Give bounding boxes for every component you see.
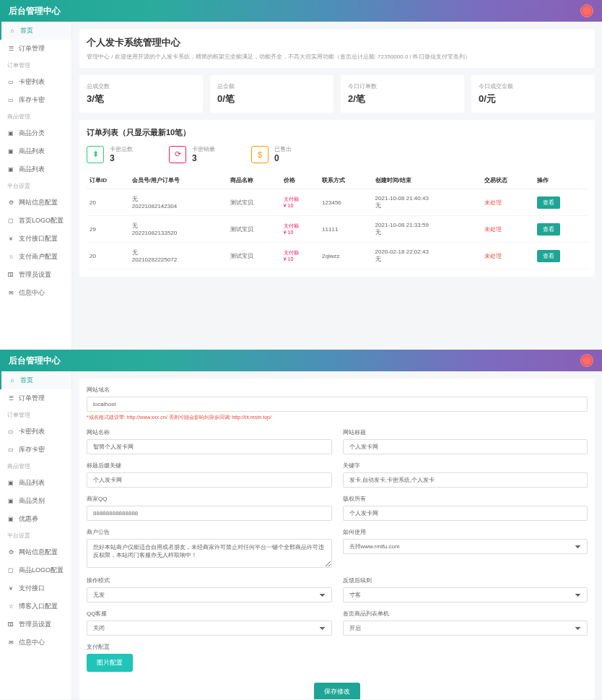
nav-site-config[interactable]: ⚙网站信息配置 <box>0 543 71 561</box>
site-url-label: 网站域名 <box>87 386 588 394</box>
tag-icon: ⟳ <box>169 146 186 163</box>
sidebar: ⌂首页 ☰订单管理 订单管理 ▭卡密列表 ▭库存卡密 商品管理 ▣商品分类 ▣商… <box>0 22 72 350</box>
stat-total-amount: 总金额0/笔 <box>210 75 333 113</box>
keywords-label: 关键字 <box>343 462 588 470</box>
globe-icon: ⚙ <box>7 549 14 556</box>
card-icon: ▭ <box>7 79 14 86</box>
nav-site-config[interactable]: ⚙网站信息配置 <box>0 194 71 212</box>
money-icon: $ <box>251 146 269 163</box>
site-url-note: *域名格式建议带: http://www.xxx.cn/ 否则可能会影响到异步回… <box>87 414 588 421</box>
view-button[interactable]: 查看 <box>537 196 560 209</box>
stock-icon: ▭ <box>7 97 14 104</box>
nav-cat: 商品管理 <box>0 109 71 124</box>
query-tpl-select[interactable]: 寸客 <box>343 587 588 602</box>
nav-cat: 平台设置 <box>0 528 71 543</box>
avatar[interactable] <box>580 354 593 367</box>
nav-admin-pwd[interactable]: ⚿管理员设置 <box>0 266 71 284</box>
nav-home[interactable]: ⌂首页 <box>0 22 71 40</box>
nav-msg-center[interactable]: ✉信息中心 <box>0 634 71 652</box>
card-icon: ▭ <box>7 428 14 436</box>
nav-merchant-config[interactable]: ☆支付商户配置 <box>0 248 71 266</box>
stat-today-count: 今日订单数2/笔 <box>341 75 464 113</box>
view-button[interactable]: 查看 <box>537 223 560 236</box>
header-title: 后台管理中心 <box>9 355 61 367</box>
copyright-input[interactable] <box>343 506 588 521</box>
user-icon: ☆ <box>7 603 14 610</box>
stat-total-count: 总成交数3/笔 <box>79 75 203 113</box>
qq-label: 商家QQ <box>87 495 332 503</box>
query-tpl-label: 反馈后续则 <box>343 576 588 584</box>
kefu-pos-label: 首页商品列表单机 <box>343 610 588 618</box>
header-title: 后台管理中心 <box>9 5 61 17</box>
chart-icon: ⬍ <box>87 146 104 163</box>
nav-cat: 订单管理 <box>0 407 71 423</box>
nav-plugin-list[interactable]: ▣优惠券 <box>0 510 71 528</box>
qq-input[interactable] <box>87 506 332 521</box>
kefu-select[interactable]: 关闭 <box>87 621 332 636</box>
nav-msg-center[interactable]: ✉信息中心 <box>0 284 71 302</box>
nav-goods-cat[interactable]: ▣商品分类 <box>0 124 71 142</box>
list-icon: ☰ <box>7 395 14 402</box>
pay-icon: ¥ <box>7 236 14 243</box>
pay-icon: ¥ <box>7 585 14 592</box>
nav-goods-cat[interactable]: ▣商品类别 <box>0 492 71 510</box>
batch-icon: ▣ <box>7 166 14 173</box>
nav-user-config[interactable]: ☆博客入口配置 <box>0 597 71 615</box>
notice-textarea[interactable]: 您好本站商户仅能适合自用或者朋友，未经商家许可禁止对任何平台一键个全部商品许可违… <box>87 539 332 568</box>
nav-kami-list[interactable]: ▭卡密列表 <box>0 73 71 91</box>
nav-goods-list[interactable]: ▣商品列表 <box>0 474 71 492</box>
nav-goods-list[interactable]: ▣商品列表 <box>0 142 71 160</box>
orders-table: 订单ID 会员号/用户订单号 商品名称 价格 联系方式 创建时间/结束 交易状态… <box>87 172 588 269</box>
nav-orders[interactable]: ☰订单管理 <box>0 389 71 407</box>
summary-sold: ⟳卡密销量3 <box>169 145 215 163</box>
nav-goods-batch[interactable]: ▣商品列表 <box>0 160 71 178</box>
help-label: 如何使用 <box>343 528 588 536</box>
save-button[interactable]: 保存修改 <box>314 683 360 699</box>
nav-admin-pwd[interactable]: ⚿管理员设置 <box>0 615 71 634</box>
stock-icon: ▭ <box>7 446 14 454</box>
site-url-input[interactable] <box>87 397 588 412</box>
nav-cat: 平台设置 <box>0 178 71 194</box>
msg-icon: ✉ <box>7 290 14 297</box>
keywords-input[interactable] <box>343 472 588 488</box>
view-button[interactable]: 查看 <box>537 250 560 262</box>
sidebar: ⌂首页 ☰订单管理 订单管理 ▭卡密列表 ▭库存卡密 商品管理 ▣商品列表 ▣商… <box>0 371 72 699</box>
order-tpl-select[interactable]: 无发 <box>87 587 332 602</box>
summary-total: ⬍卡密总数3 <box>87 145 133 163</box>
nav-orders[interactable]: ☰订单管理 <box>0 40 71 58</box>
table-row: 29无 20221082133520测试宝贝支付额¥ 10111112021-1… <box>87 216 588 243</box>
page-title: 个人发卡系统管理中心 <box>87 36 588 49</box>
upload-button[interactable]: 图片配置 <box>87 654 133 672</box>
folder-icon: ▣ <box>7 130 14 137</box>
desc-input[interactable] <box>87 472 332 488</box>
page-sub: 管理中心 / 欢迎使用开源的个人发卡系统，精简的框架完全能满足，功能齐全，不高大… <box>87 53 588 61</box>
list-icon: ☰ <box>7 46 14 53</box>
site-title-input[interactable] <box>343 439 588 454</box>
site-name-label: 网站名称 <box>87 428 332 436</box>
order-tpl-label: 操作模式 <box>87 576 332 584</box>
kefu-pos-select[interactable]: 开启 <box>343 621 588 636</box>
nav-pay-config[interactable]: ¥支付接口配置 <box>0 230 71 248</box>
upload-label: 支付配置 <box>87 643 588 651</box>
table-row: 20无 20210282225072测试宝贝支付额¥ 102qlwzz2020-… <box>87 243 588 269</box>
avatar[interactable] <box>580 4 593 17</box>
globe-icon: ⚙ <box>7 199 14 207</box>
nav-home[interactable]: ⌂首页 <box>0 371 71 389</box>
site-name-input[interactable] <box>87 439 332 454</box>
nav-kami-stock[interactable]: ▭库存卡密 <box>0 91 71 109</box>
nav-kami-list[interactable]: ▭卡密列表 <box>0 423 71 441</box>
stat-today-amount: 今日成交金额0/元 <box>471 75 595 113</box>
lock-icon: ⚿ <box>7 272 14 279</box>
nav-pay-config[interactable]: ¥支付接口 <box>0 579 71 597</box>
nav-logo-config[interactable]: ▢首页LOGO配置 <box>0 212 71 230</box>
help-select[interactable]: 去掉www.rmifu.com <box>343 539 588 554</box>
nav-kami-stock[interactable]: ▭库存卡密 <box>0 441 71 459</box>
image-icon: ▢ <box>7 217 14 225</box>
plugin-icon: ▣ <box>7 516 14 523</box>
image-icon: ▢ <box>7 567 14 574</box>
notice-label: 商户公告 <box>87 528 332 536</box>
nav-cat: 商品管理 <box>0 459 71 474</box>
summary-out: $已售出0 <box>251 145 292 163</box>
goods-icon: ▣ <box>7 148 14 155</box>
nav-logo-config[interactable]: ▢商品LOGO配置 <box>0 561 71 579</box>
